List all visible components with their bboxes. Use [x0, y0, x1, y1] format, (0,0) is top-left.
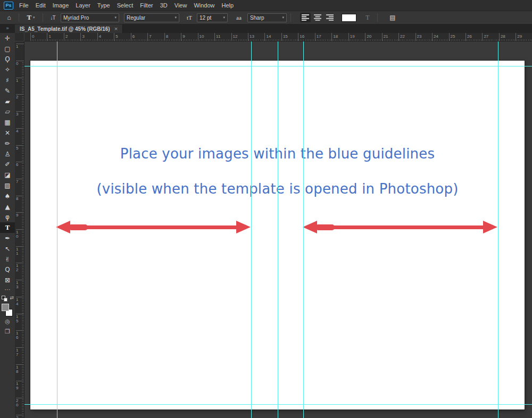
- ruler-number: 20: [365, 33, 371, 41]
- dodge-tool[interactable]: φ: [0, 212, 15, 223]
- guide-horizontal[interactable]: [24, 66, 532, 66]
- type-icon: T: [5, 224, 10, 231]
- warp-text-icon[interactable]: T: [362, 14, 373, 22]
- vertical-ruler[interactable]: 101234567891 01 11 21 31 41 51 61 71 81 …: [15, 41, 24, 418]
- font-family-select[interactable]: Myriad Pro ▾: [61, 13, 119, 22]
- gradient-tool[interactable]: ▨: [0, 180, 15, 191]
- guide-vertical[interactable]: [498, 41, 498, 418]
- text-orientation-icon[interactable]: ↓T: [47, 15, 59, 21]
- eraser-tool[interactable]: ◪: [0, 170, 15, 180]
- zoom-tool[interactable]: Q: [0, 265, 15, 275]
- eyedropper-tool[interactable]: ✎: [0, 86, 15, 96]
- alignment-buttons: [300, 13, 335, 22]
- lasso-icon: Ϙ: [5, 56, 10, 62]
- patch-icon: ▦: [4, 119, 10, 126]
- frame-tool[interactable]: ⊠: [0, 275, 15, 286]
- tool-list: ✛▢Ϙ✧♯✎▰▱▦✕✏♙✐◪▨♠▲φT✒↖✌Q⊠: [0, 33, 15, 286]
- lasso-tool[interactable]: Ϙ: [0, 54, 15, 65]
- tool-preset-picker[interactable]: T ▾: [23, 13, 39, 22]
- pen-tool[interactable]: ✒: [0, 233, 15, 244]
- type-tool-icon: T: [27, 13, 31, 22]
- ruler-number: 1 4: [16, 297, 24, 306]
- menu-filter[interactable]: Filter: [139, 2, 154, 9]
- brush-tool[interactable]: ✏: [0, 138, 15, 149]
- healing-brush-tool[interactable]: ▱: [0, 107, 15, 118]
- guide-vertical[interactable]: [278, 41, 278, 418]
- sharpen-tool[interactable]: ▲: [0, 202, 15, 212]
- patch-tool[interactable]: ▦: [0, 117, 15, 128]
- text-color-swatch[interactable]: [342, 14, 356, 22]
- guide-vertical[interactable]: [303, 41, 304, 418]
- ruler-number: 27: [482, 33, 488, 41]
- chevron-down-icon: ▾: [114, 15, 117, 20]
- font-size-select[interactable]: 12 pt ▾: [197, 13, 228, 22]
- screen-mode-icon[interactable]: ❐: [0, 327, 15, 337]
- menu-window[interactable]: Window: [193, 2, 215, 9]
- guide-horizontal[interactable]: [24, 404, 532, 405]
- menu-image[interactable]: Image: [52, 2, 70, 9]
- content-aware-move-tool[interactable]: ✕: [0, 128, 15, 138]
- chevron-down-icon: ▾: [174, 15, 177, 20]
- tab-overflow-icon[interactable]: »: [0, 24, 15, 33]
- default-colors-icon[interactable]: [2, 296, 7, 302]
- ruler-number: 11: [214, 33, 220, 41]
- edit-toolbar-icon[interactable]: ⋯: [0, 287, 15, 294]
- guide-vertical[interactable]: [251, 41, 252, 418]
- guide-vertical[interactable]: [57, 41, 57, 418]
- history-brush-tool[interactable]: ✐: [0, 160, 15, 170]
- align-right-button[interactable]: [325, 13, 335, 22]
- toggle-panels-icon[interactable]: ▤: [387, 14, 398, 21]
- eraser-icon: ◪: [4, 172, 10, 178]
- spot-healing-brush-tool[interactable]: ▰: [0, 96, 15, 107]
- menu-3d[interactable]: 3D: [159, 2, 169, 9]
- anti-alias-select[interactable]: Sharp ▾: [247, 13, 287, 22]
- tab-title: IS_A5_Template.tif @ 45% (RGB/16): [20, 26, 110, 32]
- crop-tool[interactable]: ♯: [0, 75, 15, 86]
- font-size-value: 12 pt: [200, 15, 211, 21]
- ruler-number: 1 2: [16, 263, 24, 272]
- spot-healing-brush-icon: ▰: [5, 98, 10, 105]
- horizontal-ruler[interactable]: 0123456789101112131415161718192021222324…: [24, 33, 532, 41]
- type-tool[interactable]: T: [0, 222, 15, 233]
- align-center-button[interactable]: [312, 13, 323, 22]
- sharpen-icon: ▲: [5, 204, 10, 210]
- ruler-number: 5: [114, 33, 118, 41]
- ruler-origin[interactable]: [15, 33, 24, 41]
- blur-tool[interactable]: ♠: [0, 191, 15, 202]
- swap-colors-icon[interactable]: ⇄: [10, 295, 14, 300]
- menu-file[interactable]: File: [18, 2, 30, 9]
- ruler-number: 15: [281, 33, 288, 41]
- menu-view[interactable]: View: [173, 2, 188, 9]
- quick-mask-icon[interactable]: ◎: [0, 316, 15, 327]
- dodge-icon: φ: [5, 214, 10, 220]
- home-icon[interactable]: ⌂: [3, 14, 15, 21]
- magic-wand-tool[interactable]: ✧: [0, 64, 15, 75]
- menu-help[interactable]: Help: [221, 2, 235, 9]
- ruler-number: 1 9: [16, 381, 24, 390]
- path-selection-tool[interactable]: ↖: [0, 244, 15, 254]
- foreground-color-swatch[interactable]: [2, 304, 9, 311]
- font-style-value: Regular: [127, 15, 145, 21]
- magic-wand-icon: ✧: [5, 66, 10, 73]
- menu-layer[interactable]: Layer: [74, 2, 92, 9]
- tab-bar: » IS_A5_Template.tif @ 45% (RGB/16) ×: [0, 24, 532, 33]
- close-icon[interactable]: ×: [114, 26, 118, 31]
- font-family-value: Myriad Pro: [63, 15, 89, 21]
- font-style-select[interactable]: Regular ▾: [124, 13, 179, 22]
- frame-icon: ⊠: [5, 277, 10, 283]
- menu-select[interactable]: Select: [116, 2, 135, 9]
- document-tab[interactable]: IS_A5_Template.tif @ 45% (RGB/16) ×: [15, 24, 123, 33]
- rectangular-marquee-tool[interactable]: ▢: [0, 44, 15, 54]
- ruler-number: 22: [398, 33, 405, 41]
- separator: [290, 13, 291, 22]
- align-left-icon: [302, 14, 309, 21]
- hand-tool[interactable]: ✌: [0, 254, 15, 265]
- menu-edit[interactable]: Edit: [35, 2, 47, 9]
- move-tool[interactable]: ✛: [0, 33, 15, 44]
- clone-stamp-tool[interactable]: ♙: [0, 149, 15, 160]
- align-left-button[interactable]: [300, 13, 311, 22]
- menu-type[interactable]: Type: [96, 2, 111, 9]
- ruler-number: 8: [164, 33, 168, 41]
- arrow-bump: [69, 224, 88, 230]
- photoshop-logo-icon[interactable]: Ps: [4, 2, 13, 10]
